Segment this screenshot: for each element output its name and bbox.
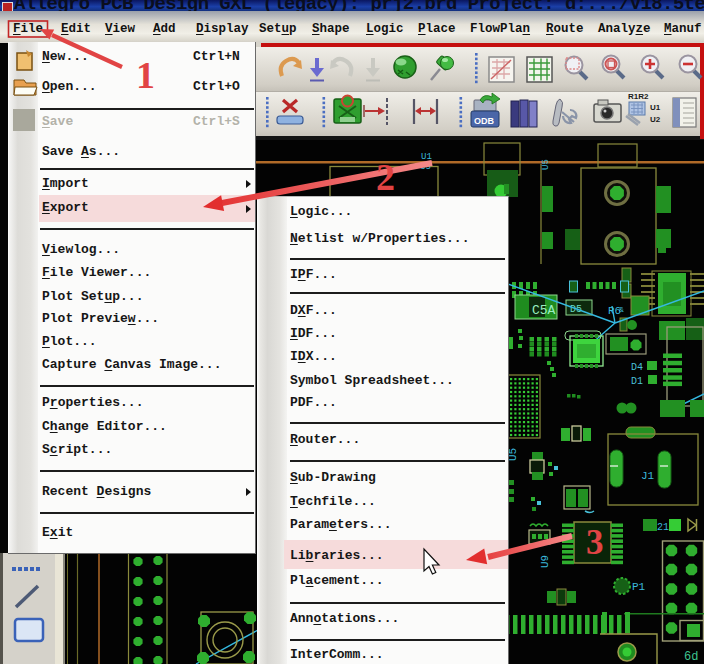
svg-text:3: 3 [586, 523, 604, 562]
svg-text:2: 2 [376, 156, 395, 198]
svg-text:1: 1 [136, 54, 155, 96]
